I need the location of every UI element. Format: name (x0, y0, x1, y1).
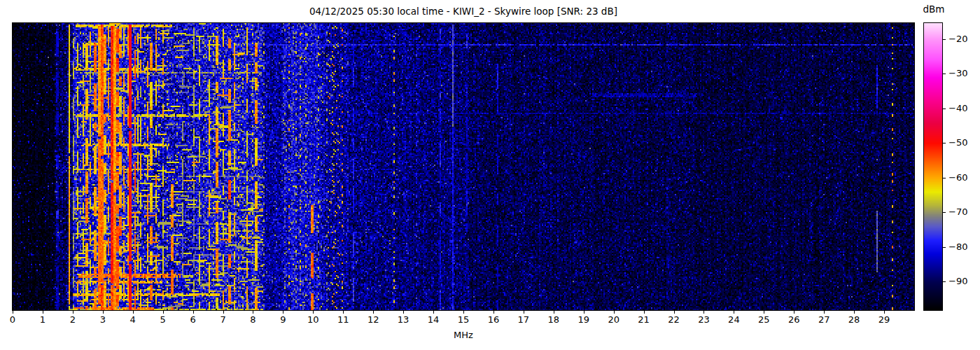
colorbar-tick (943, 281, 946, 282)
x-tick (704, 311, 704, 314)
colorbar-tick-label: −90 (948, 276, 967, 286)
x-tick (794, 311, 794, 314)
colorbar-tick (943, 178, 946, 178)
x-tick-label: 29 (872, 314, 896, 325)
colorbar (923, 22, 943, 311)
x-tick (223, 311, 224, 314)
x-tick-label: 4 (121, 314, 145, 325)
colorbar-gradient (924, 23, 942, 310)
x-tick-label: 23 (692, 314, 715, 325)
colorbar-tick-label: −60 (948, 173, 967, 183)
x-tick-label: 11 (331, 314, 355, 325)
colorbar-tick (943, 212, 946, 213)
x-tick (283, 311, 284, 314)
x-tick-label: 26 (782, 314, 806, 325)
x-tick-label: 0 (1, 314, 24, 325)
x-tick-label: 3 (91, 314, 115, 325)
x-tick (614, 311, 615, 314)
x-tick-label: 20 (602, 314, 626, 325)
x-tick (493, 311, 494, 314)
colorbar-tick-label: −50 (948, 138, 967, 148)
x-tick-label: 6 (181, 314, 205, 325)
x-tick-label: 9 (271, 314, 295, 325)
colorbar-tick (943, 247, 946, 248)
x-tick (13, 311, 13, 314)
colorbar-tick (943, 108, 946, 109)
colorbar-tick-label: −40 (948, 104, 967, 113)
x-tick (463, 311, 464, 314)
colorbar-tick-label: −20 (948, 34, 967, 44)
x-tick (554, 311, 554, 314)
x-tick (253, 311, 253, 314)
x-tick (854, 311, 855, 314)
x-tick (644, 311, 645, 314)
x-tick-label: 19 (572, 314, 596, 325)
x-tick (824, 311, 825, 314)
x-tick-label: 5 (151, 314, 175, 325)
x-tick (764, 311, 764, 314)
x-tick (343, 311, 344, 314)
x-tick-label: 8 (241, 314, 265, 325)
x-tick (193, 311, 194, 314)
colorbar-tick-label: −30 (948, 69, 967, 78)
x-tick-label: 1 (31, 314, 55, 325)
x-tick-label: 17 (512, 314, 536, 325)
colorbar-tick (943, 74, 946, 74)
spectrogram-figure: 04/12/2025 05:30 local time - KIWI_2 - S… (0, 0, 980, 350)
x-tick (133, 311, 134, 314)
x-tick (433, 311, 434, 314)
x-tick (584, 311, 584, 314)
x-tick (103, 311, 104, 314)
x-tick (163, 311, 164, 314)
x-tick-label: 2 (61, 314, 85, 325)
x-tick-label: 27 (812, 314, 836, 325)
x-tick-label: 13 (391, 314, 415, 325)
colorbar-label: dBm (918, 4, 949, 15)
colorbar-tick (943, 39, 946, 40)
x-tick-label: 22 (662, 314, 686, 325)
x-tick (73, 311, 74, 314)
x-tick-label: 14 (421, 314, 445, 325)
x-tick (43, 311, 43, 314)
x-tick-label: 7 (211, 314, 235, 325)
x-tick (884, 311, 885, 314)
x-tick-label: 15 (451, 314, 475, 325)
x-tick (403, 311, 404, 314)
plot-title: 04/12/2025 05:30 local time - KIWI_2 - S… (13, 5, 914, 18)
colorbar-tick-label: −80 (948, 242, 967, 252)
x-tick (313, 311, 314, 314)
x-tick (373, 311, 374, 314)
x-tick-label: 10 (301, 314, 325, 325)
waterfall-canvas (13, 23, 914, 310)
x-tick (674, 311, 675, 314)
x-tick-label: 16 (482, 314, 505, 325)
x-tick (524, 311, 524, 314)
x-tick-label: 25 (752, 314, 776, 325)
x-axis-label: MHz (13, 330, 914, 341)
x-tick-label: 18 (542, 314, 566, 325)
x-tick-label: 24 (722, 314, 746, 325)
colorbar-tick (943, 143, 946, 144)
x-tick (734, 311, 734, 314)
x-tick-label: 12 (361, 314, 385, 325)
x-tick-label: 21 (632, 314, 656, 325)
colorbar-tick-label: −70 (948, 207, 967, 217)
x-tick-label: 28 (842, 314, 866, 325)
waterfall-plot (12, 22, 915, 311)
